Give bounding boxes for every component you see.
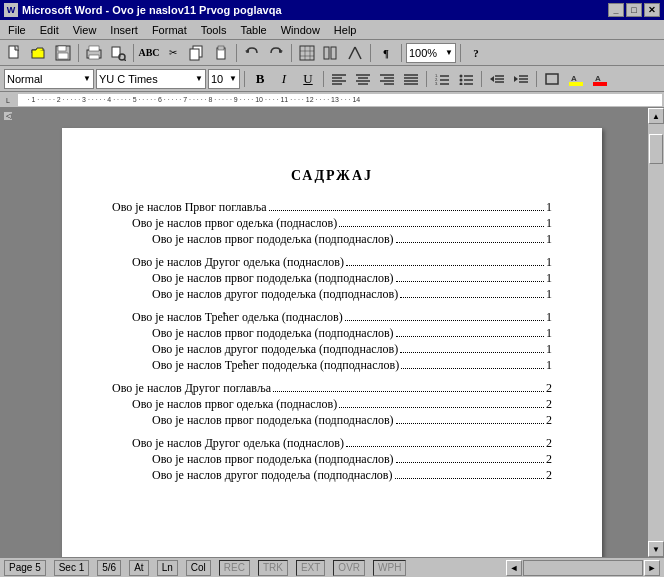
toc-entry-text: Ово је наслов другог пододељка (подподна… [152,287,398,302]
zoom-dropdown[interactable]: 100% ▼ [406,43,456,63]
align-center-button[interactable] [352,69,374,89]
toc-entry-text: Ово је наслов Првог поглавља [112,200,267,215]
print-button[interactable] [83,42,105,64]
toc-entry-dots [345,320,544,321]
menu-window[interactable]: Window [275,22,326,38]
toc-entry-page: 1 [546,310,552,325]
table-button[interactable] [296,42,318,64]
toc-entry: Ово је наслов другог пододеља (подподнас… [152,468,552,483]
paste-button[interactable] [210,42,232,64]
scroll-up-button[interactable]: ▲ [648,108,664,124]
menu-bar: File Edit View Insert Format Tools Table… [0,20,664,40]
highlight-icon: A [569,72,583,86]
cut-button[interactable]: ✂ [162,42,184,64]
numbered-list-icon: 1.2.3. [435,73,449,85]
size-dropdown[interactable]: 10 ▼ [208,69,240,89]
scroll-left-button[interactable]: ◄ [506,560,522,576]
align-right-icon [380,73,394,85]
font-value: YU C Times [99,73,158,85]
toc-entry-dots [401,368,544,369]
align-right-button[interactable] [376,69,398,89]
format-sep-2 [323,71,324,87]
menu-tools[interactable]: Tools [195,22,233,38]
drawing-button[interactable] [344,42,366,64]
zoom-arrow: ▼ [443,48,453,57]
scroll-track[interactable] [648,124,664,541]
save-button[interactable] [52,42,74,64]
underline-button[interactable]: U [297,69,319,89]
toolbar-separator-1 [78,44,79,62]
toc-entry-page: 2 [546,413,552,428]
toc-entry-text: Ово је наслов другог пододеља (подподнас… [152,468,393,483]
style-dropdown[interactable]: Normal ▼ [4,69,94,89]
toc-entry-dots [396,281,544,282]
font-dropdown[interactable]: YU C Times ▼ [96,69,206,89]
svg-line-10 [124,59,126,61]
increase-indent-button[interactable] [510,69,532,89]
scroll-thumb[interactable] [649,134,663,164]
menu-file[interactable]: File [2,22,32,38]
toc-title: САДРЖАЈ [112,168,552,184]
show-hide-button[interactable]: ¶ [375,42,397,64]
document-scroll[interactable]: САДРЖАЈ Ово је наслов Првог поглавља1Ово… [16,108,648,557]
status-page-of: 5/6 [97,560,121,576]
toc-entry-dots [346,446,544,447]
horizontal-scroll-area: ◄ ► [506,560,660,576]
toc-entry-dots [396,462,544,463]
print-preview-button[interactable] [107,42,129,64]
bullet-list-button[interactable] [455,69,477,89]
style-value: Normal [7,73,42,85]
close-button[interactable]: ✕ [644,3,660,17]
save-icon [55,45,71,61]
redo-button[interactable] [265,42,287,64]
align-center-icon [356,73,370,85]
menu-edit[interactable]: Edit [34,22,65,38]
toc-entry-page: 2 [546,452,552,467]
align-left-button[interactable] [328,69,350,89]
help-button[interactable]: ? [465,42,487,64]
horizontal-scrollbar-track[interactable] [523,560,643,576]
status-trk: TRK [258,560,288,576]
spell-check-button[interactable]: ABC [138,42,160,64]
increase-indent-icon [514,73,528,85]
scroll-right-button[interactable]: ► [644,560,660,576]
menu-help[interactable]: Help [328,22,363,38]
toc-entry-dots [396,242,544,243]
svg-rect-12 [190,49,199,60]
undo-button[interactable] [241,42,263,64]
menu-format[interactable]: Format [146,22,193,38]
toc-container: Ово је наслов Првог поглавља1Ово је насл… [112,200,552,483]
redo-icon [268,45,284,61]
toc-entry: Ово је наслов првог пододељка (подподнас… [152,232,552,247]
italic-button[interactable]: I [273,69,295,89]
toc-entry-dots [269,210,544,211]
status-bar: Page 5 Sec 1 5/6 At Ln Col REC TRK EXT O… [0,557,664,577]
maximize-button[interactable]: □ [626,3,642,17]
document-page: САДРЖАЈ Ово је наслов Првог поглавља1Ово… [62,128,602,557]
style-arrow: ▼ [81,74,91,83]
spell-icon: ABC [138,47,159,58]
open-button[interactable] [28,42,50,64]
decrease-indent-button[interactable] [486,69,508,89]
toc-entry-page: 1 [546,287,552,302]
font-color-button[interactable]: A [589,69,611,89]
columns-button[interactable] [320,42,342,64]
status-at: At [129,560,148,576]
menu-table[interactable]: Table [234,22,272,38]
scroll-down-button[interactable]: ▼ [648,541,664,557]
highlight-button[interactable]: A [565,69,587,89]
ruler-scale: · 1 · · · · · 2 · · · · · 3 · · · · · 4 … [18,94,662,106]
bold-button[interactable]: B [249,69,271,89]
svg-rect-7 [89,55,99,59]
menu-view[interactable]: View [67,22,103,38]
copy-button[interactable] [186,42,208,64]
justify-button[interactable] [400,69,422,89]
menu-insert[interactable]: Insert [104,22,144,38]
size-arrow: ▼ [227,74,237,83]
new-button[interactable] [4,42,26,64]
svg-text:3.: 3. [435,81,438,85]
minimize-button[interactable]: _ [608,3,624,17]
numbered-list-button[interactable]: 1.2.3. [431,69,453,89]
border-button[interactable] [541,69,563,89]
ruler-corner: L [2,92,18,107]
